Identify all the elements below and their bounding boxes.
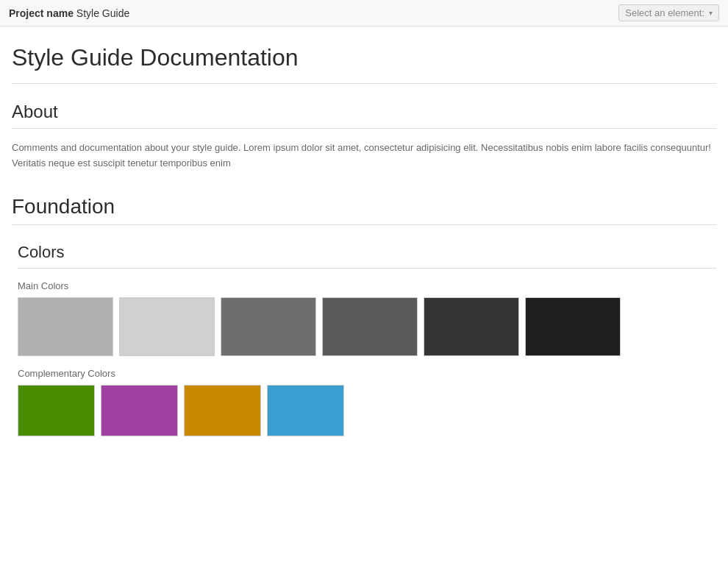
main-colors-swatches — [18, 297, 716, 356]
top-nav: Project name Style Guide Select an eleme… — [0, 0, 728, 26]
complementary-colors-label: Complementary Colors — [18, 368, 716, 379]
project-name: Project name — [9, 7, 74, 19]
main-content: Style Guide Documentation About Comments… — [0, 26, 728, 436]
color-swatch-dark-gray — [322, 297, 418, 356]
about-description: Comments and documentation about your st… — [12, 141, 716, 171]
colors-title: Colors — [18, 243, 716, 269]
foundation-section: Foundation Colors Main Colors Complement… — [12, 195, 716, 436]
main-colors-label: Main Colors — [18, 280, 716, 291]
color-swatch-blue — [267, 385, 344, 436]
select-element-dropdown[interactable]: Select an element: ▾ — [618, 4, 719, 21]
color-swatch-darker-gray — [424, 297, 519, 356]
color-swatch-medium-gray — [221, 297, 316, 356]
color-swatch-purple — [101, 385, 178, 436]
about-section: About Comments and documentation about y… — [12, 102, 716, 171]
about-title: About — [12, 102, 716, 129]
nav-title: Project name Style Guide — [9, 7, 129, 19]
color-swatch-green — [18, 385, 95, 436]
chevron-down-icon: ▾ — [709, 9, 713, 17]
color-swatch-lighter-gray — [119, 297, 215, 356]
style-guide-label: Style Guide — [76, 7, 129, 19]
foundation-title: Foundation — [12, 195, 716, 225]
color-swatch-near-black — [525, 297, 621, 356]
complementary-colors-swatches — [18, 385, 716, 436]
page-title: Style Guide Documentation — [12, 26, 716, 84]
color-swatch-light-gray — [18, 297, 113, 356]
colors-section: Colors Main Colors Complementary Colors — [12, 243, 716, 436]
color-swatch-orange — [184, 385, 261, 436]
select-element-label: Select an element: — [625, 7, 704, 18]
